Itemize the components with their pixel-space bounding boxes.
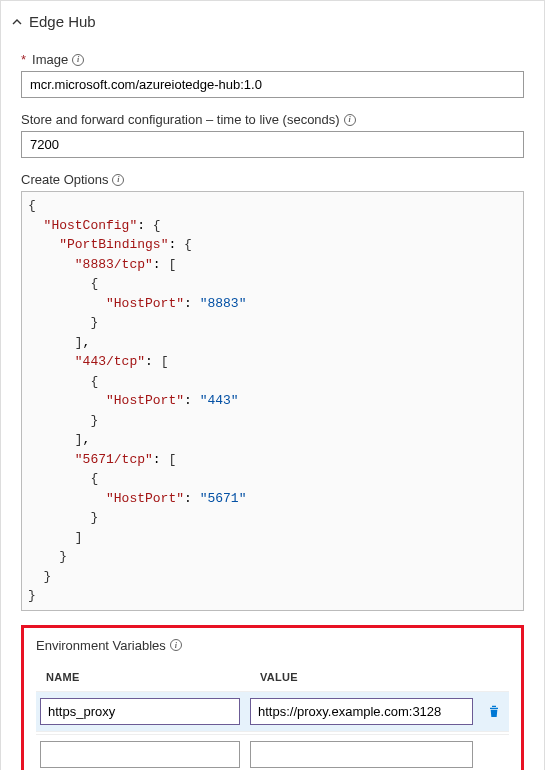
info-icon[interactable]: i	[344, 114, 356, 126]
image-label-text: Image	[32, 52, 68, 67]
info-icon[interactable]: i	[170, 639, 182, 651]
delete-row-button[interactable]	[483, 703, 505, 719]
create-options-label-text: Create Options	[21, 172, 108, 187]
info-icon[interactable]: i	[112, 174, 124, 186]
image-input[interactable]	[21, 71, 524, 98]
env-col-value: VALUE	[260, 671, 477, 683]
env-vars-table: NAME VALUE	[36, 663, 509, 771]
env-col-name: NAME	[46, 671, 246, 683]
create-options-group: Create Options i { "HostConfig": { "Port…	[21, 172, 524, 611]
create-options-editor[interactable]: { "HostConfig": { "PortBindings": { "888…	[21, 191, 524, 611]
trash-icon	[486, 703, 502, 719]
edge-hub-panel: Edge Hub * Image i Store and forward con…	[0, 0, 545, 770]
image-label: * Image i	[21, 52, 524, 67]
env-var-name-input[interactable]	[40, 698, 240, 725]
info-icon[interactable]: i	[72, 54, 84, 66]
env-vars-header: NAME VALUE	[36, 663, 509, 691]
required-asterisk: *	[21, 52, 26, 67]
ttl-input[interactable]	[21, 131, 524, 158]
ttl-label: Store and forward configuration – time t…	[21, 112, 524, 127]
section-header[interactable]: Edge Hub	[11, 9, 524, 42]
env-var-name-input[interactable]	[40, 741, 240, 768]
ttl-label-text: Store and forward configuration – time t…	[21, 112, 340, 127]
env-vars-section: Environment Variables i NAME VALUE	[21, 625, 524, 771]
ttl-field-group: Store and forward configuration – time t…	[21, 112, 524, 158]
section-title: Edge Hub	[29, 13, 96, 30]
env-vars-label-text: Environment Variables	[36, 638, 166, 653]
env-var-value-input[interactable]	[250, 741, 473, 768]
env-vars-label: Environment Variables i	[36, 638, 509, 653]
create-options-label: Create Options i	[21, 172, 524, 187]
env-var-row	[36, 734, 509, 771]
image-field-group: * Image i	[21, 52, 524, 98]
env-var-value-input[interactable]	[250, 698, 473, 725]
chevron-up-icon	[11, 16, 23, 28]
env-var-row	[36, 691, 509, 732]
